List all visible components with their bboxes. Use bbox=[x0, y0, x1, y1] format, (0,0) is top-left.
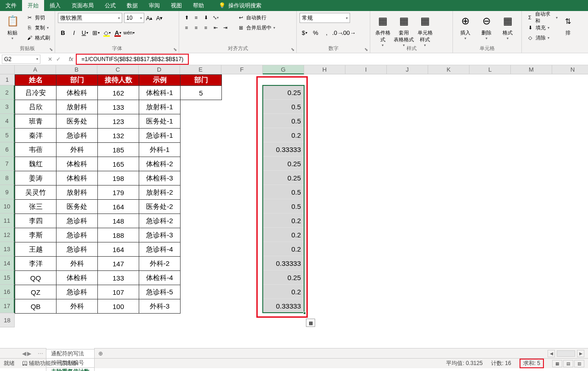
accept-formula-icon[interactable]: ✓ bbox=[56, 56, 61, 62]
cell[interactable]: 体检科-1 bbox=[139, 86, 181, 100]
row-header-9[interactable]: 9 bbox=[0, 185, 15, 199]
row-header-18[interactable]: 18 bbox=[0, 313, 15, 327]
font-name-combo[interactable]: 微软雅黑▾ bbox=[58, 13, 122, 23]
cell[interactable]: 0.2 bbox=[263, 285, 304, 299]
fill-color-button[interactable]: ◇▾ bbox=[102, 28, 112, 38]
number-dialog-launcher[interactable]: ⬊ bbox=[364, 47, 368, 52]
cell[interactable]: 体检科 bbox=[57, 271, 98, 285]
col-header-J[interactable]: J bbox=[387, 65, 428, 74]
cell[interactable]: 148 bbox=[98, 214, 139, 228]
cell[interactable]: 0.2 bbox=[263, 228, 304, 242]
cell[interactable]: 123 bbox=[98, 114, 139, 129]
decrease-font-button[interactable]: A▾ bbox=[154, 13, 164, 23]
row-header-5[interactable]: 5 bbox=[0, 128, 15, 142]
cell[interactable]: 秦洋 bbox=[15, 129, 57, 143]
align-right-button[interactable]: ≡ bbox=[201, 23, 210, 32]
cell[interactable]: 165 bbox=[98, 157, 139, 171]
cell[interactable]: 放射科-2 bbox=[139, 186, 181, 200]
autosum-button[interactable]: Σ自动求和▾ bbox=[525, 13, 560, 22]
row-header-4[interactable]: 4 bbox=[0, 114, 15, 128]
percent-button[interactable]: % bbox=[311, 28, 321, 38]
cell[interactable]: 放射科 bbox=[57, 100, 98, 114]
col-header-L[interactable]: L bbox=[469, 65, 511, 74]
row-header-7[interactable]: 7 bbox=[0, 157, 15, 171]
view-pagebreak-button[interactable]: ▥ bbox=[574, 360, 584, 367]
paste-options-button[interactable]: ▦ bbox=[306, 319, 315, 327]
cancel-formula-icon[interactable]: ✕ bbox=[48, 56, 52, 62]
cell[interactable]: 李斯 bbox=[15, 228, 57, 242]
menu-view[interactable]: 视图 bbox=[165, 0, 187, 11]
cell[interactable]: 急诊科-3 bbox=[139, 228, 181, 242]
cell[interactable]: 0.2 bbox=[263, 214, 304, 228]
cell[interactable]: 李四 bbox=[15, 214, 57, 228]
row-header-12[interactable]: 12 bbox=[0, 228, 15, 242]
menu-data[interactable]: 数据 bbox=[121, 0, 143, 11]
cell[interactable]: 0.33333 bbox=[263, 256, 304, 270]
cell[interactable]: 医务处-2 bbox=[139, 200, 181, 214]
view-layout-button[interactable]: ▤ bbox=[563, 360, 573, 367]
cell[interactable]: 王越 bbox=[15, 242, 57, 257]
hscroll-track[interactable] bbox=[557, 350, 575, 357]
clipboard-dialog-launcher[interactable]: ⬊ bbox=[49, 47, 53, 52]
cell[interactable]: 0.25 bbox=[263, 85, 304, 100]
increase-font-button[interactable]: A▴ bbox=[144, 13, 154, 23]
row-header-10[interactable]: 10 bbox=[0, 199, 15, 214]
cell[interactable]: 医务处 bbox=[57, 114, 98, 129]
cell[interactable]: 188 bbox=[98, 228, 139, 242]
bold-button[interactable]: B bbox=[58, 28, 68, 38]
cell[interactable]: 放射科 bbox=[57, 186, 98, 200]
underline-button[interactable]: U▾ bbox=[80, 28, 90, 38]
col-header-K[interactable]: K bbox=[428, 65, 469, 74]
cell[interactable]: 吕欣 bbox=[15, 100, 57, 114]
cell[interactable]: 0.5 bbox=[263, 100, 304, 114]
cell[interactable]: 医务处-1 bbox=[139, 114, 181, 129]
cell[interactable]: 李洋 bbox=[15, 257, 57, 271]
menu-formula[interactable]: 公式 bbox=[99, 0, 121, 11]
sheet-tab[interactable]: 通配符的写法 bbox=[46, 349, 95, 358]
italic-button[interactable]: I bbox=[69, 28, 79, 38]
col-header-C[interactable]: C bbox=[97, 65, 139, 74]
cell[interactable]: 吕冷安 bbox=[15, 86, 57, 100]
cell[interactable]: 198 bbox=[98, 171, 139, 186]
col-header-B[interactable]: B bbox=[56, 65, 97, 74]
cell[interactable]: 急诊科-4 bbox=[139, 242, 181, 257]
spreadsheet-grid[interactable]: ABCDEFGHIJKLMN 1234567891011121314151617… bbox=[0, 65, 588, 348]
cell[interactable]: 急诊科 bbox=[57, 214, 98, 228]
cell[interactable]: 班青 bbox=[15, 114, 57, 129]
cell[interactable]: 164 bbox=[98, 200, 139, 214]
cell[interactable]: 外科 bbox=[57, 143, 98, 157]
insert-cells-button[interactable]: ⊕插入▾ bbox=[456, 13, 475, 41]
cell[interactable]: 0.33333 bbox=[263, 299, 304, 313]
cell[interactable]: 体检科-3 bbox=[139, 171, 181, 186]
cell[interactable]: QZ bbox=[15, 285, 57, 299]
hscroll-right[interactable]: ▶ bbox=[577, 350, 584, 357]
new-sheet-button[interactable]: ⊕ bbox=[95, 350, 106, 357]
border-button[interactable]: ⊞▾ bbox=[91, 28, 101, 38]
merge-center-button[interactable]: ⊞合并后居中▾ bbox=[235, 23, 277, 32]
menu-insert[interactable]: 插入 bbox=[44, 0, 66, 11]
fx-icon[interactable]: fx bbox=[66, 56, 76, 62]
row-header-2[interactable]: 2 bbox=[0, 85, 15, 100]
fill-button[interactable]: ⬇填充▾ bbox=[525, 23, 560, 32]
cell[interactable]: 132 bbox=[98, 129, 139, 143]
cell[interactable]: 急诊科 bbox=[57, 129, 98, 143]
select-all-corner[interactable] bbox=[0, 65, 15, 74]
sheet-tab[interactable]: 去除重复值计数 bbox=[46, 367, 95, 371]
cell[interactable]: 体检科 bbox=[57, 86, 98, 100]
format-as-table-button[interactable]: ▦套用 表格格式▾ bbox=[394, 13, 413, 48]
cell[interactable]: 0.2 bbox=[263, 242, 304, 256]
sort-filter-button[interactable]: ⇅排 bbox=[561, 13, 574, 37]
cell[interactable]: 0.25 bbox=[263, 270, 304, 285]
cell[interactable]: 外科 bbox=[57, 299, 98, 314]
cell[interactable]: 0.5 bbox=[263, 185, 304, 199]
cell[interactable]: 外科-1 bbox=[139, 143, 181, 157]
clear-button[interactable]: ◇清除▾ bbox=[525, 33, 560, 42]
number-format-combo[interactable]: 常规▾ bbox=[300, 13, 350, 23]
row-header-16[interactable]: 16 bbox=[0, 285, 15, 299]
cell[interactable]: 100 bbox=[98, 299, 139, 314]
delete-cells-button[interactable]: ⊖删除▾ bbox=[477, 13, 496, 41]
cell[interactable]: 133 bbox=[98, 271, 139, 285]
orientation-button[interactable]: ⤡▾ bbox=[211, 13, 220, 22]
menu-help[interactable]: 帮助 bbox=[187, 0, 209, 11]
cell[interactable]: 急诊科-1 bbox=[139, 129, 181, 143]
